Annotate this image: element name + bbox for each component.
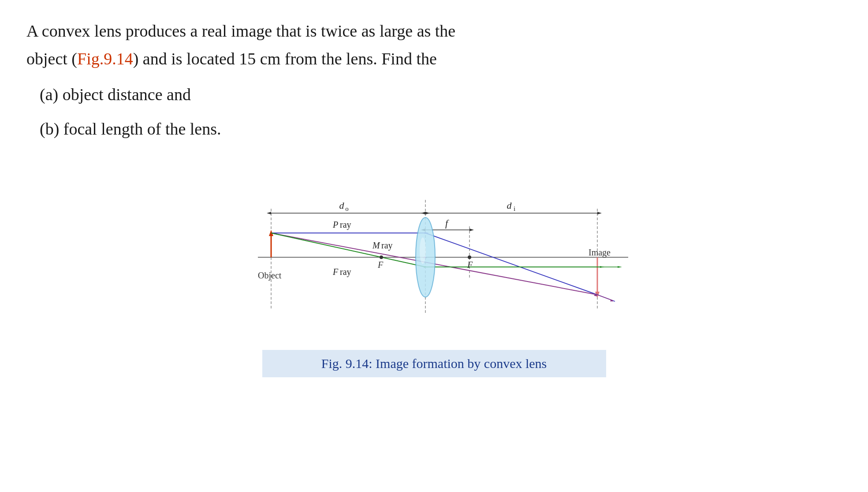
svg-marker-16 [469, 229, 474, 231]
svg-text:F: F [332, 267, 339, 277]
svg-text:ray: ray [340, 220, 351, 230]
diagram-container: d o d i f P ray [236, 156, 633, 377]
svg-text:M: M [372, 240, 380, 250]
svg-text:d: d [339, 200, 344, 211]
problem-text-line2: object (Fig.9.14) and is located 15 cm f… [26, 45, 842, 72]
svg-marker-50 [618, 266, 622, 268]
svg-point-42 [380, 255, 383, 259]
svg-line-34 [271, 233, 425, 267]
optics-diagram: d o d i f P ray [236, 156, 633, 350]
svg-text:d: d [507, 200, 512, 211]
fig-reference: Fig.9.14 [77, 49, 133, 68]
problem-text: A convex lens produces a real image that… [26, 18, 842, 45]
svg-marker-5 [267, 212, 271, 214]
svg-text:ray: ray [340, 267, 351, 277]
svg-point-41 [420, 237, 426, 264]
svg-marker-11 [597, 212, 602, 214]
svg-text:Image: Image [589, 248, 611, 258]
svg-line-25 [425, 233, 597, 295]
svg-text:Object: Object [258, 270, 282, 281]
figure-caption: Fig. 9.14: Image formation by convex len… [262, 350, 606, 377]
svg-text:o: o [345, 205, 349, 212]
svg-text:i: i [513, 205, 515, 212]
text-part3: ) and is located 15 cm from the lens. Fi… [133, 49, 437, 68]
svg-text:F: F [467, 260, 473, 270]
text-part2: object ( [26, 49, 77, 68]
svg-text:P: P [332, 220, 338, 229]
text-line1: A convex lens produces a real image that… [26, 22, 455, 40]
svg-marker-10 [421, 212, 425, 214]
svg-line-51 [597, 295, 613, 300]
svg-text:ray: ray [381, 240, 393, 251]
svg-text:F: F [377, 260, 384, 270]
svg-text:f: f [445, 218, 449, 229]
part-b: (b) focal length of the lens. [40, 116, 842, 143]
part-a: (a) object distance and [40, 81, 842, 108]
svg-point-44 [468, 255, 471, 259]
